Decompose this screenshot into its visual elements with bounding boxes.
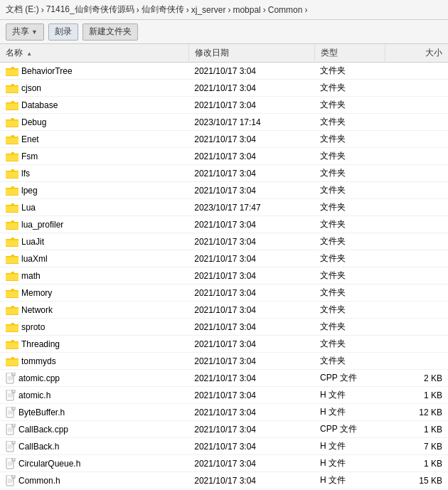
svg-rect-84 bbox=[6, 343, 18, 348]
breadcrumb-source[interactable]: 71416_仙剑奇侠传源码 bbox=[46, 4, 134, 16]
file-size-cell bbox=[385, 97, 448, 114]
folder-icon bbox=[6, 117, 18, 127]
svg-rect-14 bbox=[6, 104, 18, 110]
file-name-cell: Lua bbox=[0, 199, 188, 216]
file-name-cell: Memory bbox=[0, 284, 188, 302]
breadcrumb-mobpal[interactable]: mobpal bbox=[233, 5, 260, 15]
table-row[interactable]: Fsm2021/10/17 3:04文件夹 bbox=[0, 148, 448, 165]
table-row[interactable]: math2021/10/17 3:04文件夹 bbox=[0, 267, 448, 284]
table-row[interactable]: lfs2021/10/17 3:04文件夹 bbox=[0, 165, 448, 182]
table-row[interactable]: lua_profiler2021/10/17 3:04文件夹 bbox=[0, 216, 448, 233]
sep3: › bbox=[186, 5, 189, 15]
file-name-text: Common.h bbox=[18, 476, 60, 486]
file-size-cell bbox=[385, 336, 448, 353]
breadcrumb-doc[interactable]: 文档 (E:) bbox=[6, 4, 39, 16]
file-date-cell: 2021/10/17 3:04 bbox=[188, 387, 314, 404]
breadcrumb-game[interactable]: 仙剑奇侠传 bbox=[142, 4, 184, 16]
file-name-text: sproto bbox=[21, 322, 45, 332]
file-name-cell: Common.h bbox=[0, 472, 188, 489]
sep4: › bbox=[228, 5, 230, 15]
col-header-size[interactable]: 大小 bbox=[385, 44, 448, 63]
table-row[interactable]: Database2021/10/17 3:04文件夹 bbox=[0, 97, 448, 114]
file-name-cell: Debug bbox=[0, 114, 188, 131]
file-name-cell: cjson bbox=[0, 80, 188, 97]
col-header-name[interactable]: 名称 ▲ bbox=[0, 44, 188, 63]
svg-rect-4 bbox=[6, 70, 18, 75]
table-row[interactable]: tommyds2021/10/17 3:04文件夹 bbox=[0, 353, 448, 370]
table-row[interactable]: luaXml2021/10/17 3:04文件夹 bbox=[0, 250, 448, 267]
folder-icon bbox=[6, 254, 18, 264]
file-type-cell: 文件夹 bbox=[314, 131, 385, 148]
file-size-cell: 12 KB bbox=[385, 404, 448, 421]
file-type-cell: H 文件 bbox=[314, 387, 385, 404]
table-row[interactable]: ByteBuffer.h2021/10/17 3:04H 文件12 KB bbox=[0, 404, 448, 421]
table-row[interactable]: Threading2021/10/17 3:04文件夹 bbox=[0, 336, 448, 353]
table-row[interactable]: CallBack.h2021/10/17 3:04H 文件7 KB bbox=[0, 438, 448, 455]
file-size-cell bbox=[385, 182, 448, 199]
file-type-cell: CPP 文件 bbox=[314, 421, 385, 438]
file-name-text: lfs bbox=[21, 169, 30, 179]
file-size-cell bbox=[385, 302, 448, 319]
table-row[interactable]: Common.h2021/10/17 3:04H 文件15 KB bbox=[0, 472, 448, 489]
file-name-cell: lua_profiler bbox=[0, 216, 188, 233]
file-name-text: Memory bbox=[21, 288, 52, 298]
folder-icon bbox=[6, 169, 18, 179]
file-type-cell: 文件夹 bbox=[314, 336, 385, 353]
file-icon bbox=[6, 475, 16, 486]
svg-rect-96 bbox=[12, 390, 15, 393]
share-arrow-icon: ▼ bbox=[31, 28, 38, 36]
new-folder-button[interactable]: 新建文件夹 bbox=[82, 23, 138, 41]
col-header-date[interactable]: 修改日期 bbox=[188, 44, 314, 63]
file-name-text: CallBack.h bbox=[18, 442, 59, 452]
file-date-cell: 2021/10/17 3:04 bbox=[188, 455, 314, 472]
file-size-cell bbox=[385, 199, 448, 216]
folder-icon bbox=[6, 203, 18, 213]
file-date-cell: 2021/10/17 3:04 bbox=[188, 438, 314, 455]
folder-icon bbox=[6, 356, 18, 366]
share-button[interactable]: 共享 ▼ bbox=[6, 23, 44, 41]
burn-button[interactable]: 刻录 bbox=[48, 23, 78, 41]
svg-rect-59 bbox=[6, 257, 18, 263]
table-row[interactable]: Network2021/10/17 3:04文件夹 bbox=[0, 302, 448, 319]
table-row[interactable]: Enet2021/10/17 3:04文件夹 bbox=[0, 131, 448, 148]
file-date-cell: 2021/10/17 3:04 bbox=[188, 165, 314, 182]
table-row[interactable]: atomic.cpp2021/10/17 3:04CPP 文件2 KB bbox=[0, 370, 448, 387]
file-name-text: atomic.h bbox=[18, 390, 50, 400]
col-header-type[interactable]: 类型 bbox=[314, 44, 385, 63]
file-size-cell bbox=[385, 284, 448, 302]
table-row[interactable]: CallBack.cpp2021/10/17 3:04CPP 文件1 KB bbox=[0, 421, 448, 438]
file-type-cell: 文件夹 bbox=[314, 302, 385, 319]
burn-label: 刻录 bbox=[55, 26, 72, 38]
file-name-text: lua_profiler bbox=[21, 220, 63, 230]
svg-rect-89 bbox=[6, 360, 18, 366]
svg-rect-54 bbox=[6, 240, 18, 246]
table-row[interactable]: BehaviorTree2021/10/17 3:04文件夹 bbox=[0, 63, 448, 80]
table-row[interactable]: cjson2021/10/17 3:04文件夹 bbox=[0, 80, 448, 97]
table-row[interactable]: lpeg2021/10/17 3:04文件夹 bbox=[0, 182, 448, 199]
table-row[interactable]: Lua2023/10/17 17:47文件夹 bbox=[0, 199, 448, 216]
file-type-cell: H 文件 bbox=[314, 438, 385, 455]
file-type-cell: 文件夹 bbox=[314, 63, 385, 80]
table-row[interactable]: LuaJit2021/10/17 3:04文件夹 bbox=[0, 233, 448, 250]
svg-rect-91 bbox=[12, 373, 15, 376]
file-name-text: Threading bbox=[21, 339, 60, 349]
svg-rect-69 bbox=[6, 292, 18, 297]
table-row[interactable]: Memory2021/10/17 3:04文件夹 bbox=[0, 284, 448, 302]
table-row[interactable]: atomic.h2021/10/17 3:04H 文件1 KB bbox=[0, 387, 448, 404]
table-row[interactable]: CircularQueue.h2021/10/17 3:04H 文件1 KB bbox=[0, 455, 448, 472]
breadcrumb-common[interactable]: Common bbox=[268, 5, 303, 15]
breadcrumb-server[interactable]: xj_server bbox=[191, 5, 226, 15]
file-name-cell: Database bbox=[0, 97, 188, 114]
file-name-text: ByteBuffer.h bbox=[18, 408, 65, 417]
file-date-cell: 2021/10/17 3:04 bbox=[188, 233, 314, 250]
file-name-text: Network bbox=[21, 305, 53, 315]
table-row[interactable]: Debug2023/10/17 17:14文件夹 bbox=[0, 114, 448, 131]
file-type-cell: 文件夹 bbox=[314, 233, 385, 250]
file-date-cell: 2021/10/17 3:04 bbox=[188, 80, 314, 97]
file-date-cell: 2021/10/17 3:04 bbox=[188, 284, 314, 302]
folder-icon bbox=[6, 220, 18, 230]
svg-rect-116 bbox=[12, 458, 15, 461]
table-row[interactable]: sproto2021/10/17 3:04文件夹 bbox=[0, 319, 448, 336]
file-size-cell bbox=[385, 233, 448, 250]
file-date-cell: 2021/10/17 3:04 bbox=[188, 370, 314, 387]
